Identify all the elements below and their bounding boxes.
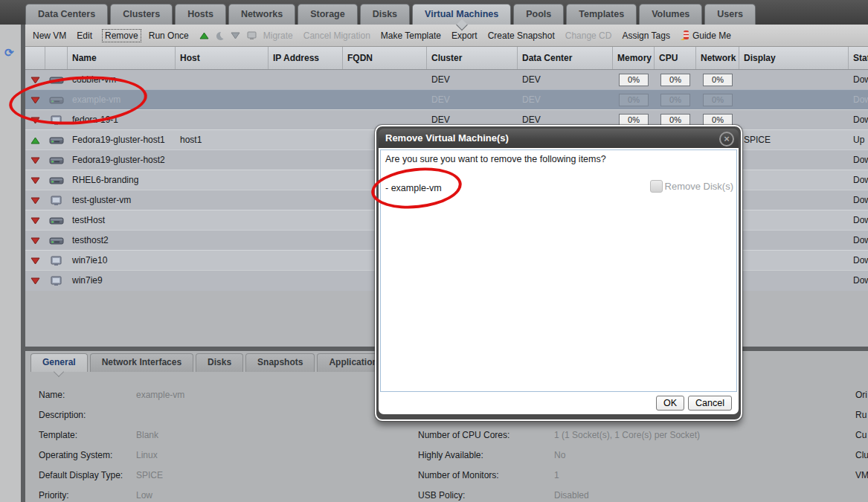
toolbar-button-migrate[interactable]: Migrate	[263, 30, 293, 41]
vm-status: Down	[849, 110, 868, 130]
main-tab-label: Volumes	[652, 9, 689, 19]
detail-label: Name:	[39, 385, 136, 405]
detail-tab-label: Snapshots	[257, 357, 303, 367]
main-tab-disks[interactable]: Disks	[360, 4, 410, 25]
server-icon	[49, 155, 64, 165]
dialog-title: Remove Virtual Machine(s)	[385, 132, 509, 144]
detail-column-left: Name: example-vm Description: Template: …	[39, 385, 184, 502]
main-tab-virtual-machines[interactable]: Virtual Machines	[412, 4, 511, 25]
detail-row-right-truncated: Cu	[855, 425, 868, 445]
dialog-title-bar[interactable]: Remove Virtual Machine(s) ×	[379, 129, 739, 148]
percent-box: 0%	[660, 94, 690, 106]
col-header-display[interactable]: Display	[739, 47, 849, 69]
toolbar-button-edit[interactable]: Edit	[77, 30, 92, 41]
detail-row-operating-system: Operating System: Linux	[39, 445, 184, 466]
col-header-ip[interactable]: IP Address	[269, 47, 343, 69]
detail-tab-network-interfaces[interactable]: Network Interfaces	[90, 353, 193, 372]
vm-ip	[269, 231, 343, 251]
col-header-network[interactable]: Network	[696, 47, 739, 69]
percent-box: 0%	[619, 94, 649, 106]
status-down-arrow-icon	[30, 177, 40, 184]
refresh-icon[interactable]: ⟳	[4, 46, 14, 59]
toolbar-button-new-vm[interactable]: New VM	[33, 30, 66, 41]
detail-label: Highly Available:	[418, 445, 554, 466]
main-tab-networks[interactable]: Networks	[228, 4, 295, 25]
detail-column-right: OriRuCuCluVM	[855, 385, 868, 486]
detail-tab-label: Network Interfaces	[102, 357, 181, 367]
main-tab-volumes[interactable]: Volumes	[639, 4, 702, 25]
vm-type-icon-cell	[45, 210, 68, 231]
vm-status: Down	[849, 70, 868, 90]
vm-fqdn	[343, 90, 427, 110]
detail-row-right-truncated: Ru	[855, 405, 868, 425]
detail-value: 1	[554, 466, 559, 486]
remove-disks-checkbox[interactable]	[650, 180, 663, 193]
detail-label: Operating System:	[39, 445, 136, 466]
detail-label: Number of Monitors:	[418, 466, 554, 486]
main-tab-pools[interactable]: Pools	[513, 4, 564, 25]
vm-type-icon-cell	[45, 130, 68, 150]
main-tab-clusters[interactable]: Clusters	[110, 4, 173, 25]
guide-me-button[interactable]: Guide Me	[681, 30, 731, 41]
header-arrow-col	[25, 47, 45, 69]
col-header-cpu[interactable]: CPU	[655, 47, 696, 69]
toolbar-button-make-template[interactable]: Make Template	[381, 30, 441, 41]
close-icon[interactable]: ×	[719, 132, 734, 147]
col-header-status[interactable]: Status	[849, 47, 868, 69]
toolbar-button-create-snapshot[interactable]: Create Snapshot	[488, 30, 555, 41]
vm-name: Fedora19-gluster-host2	[68, 150, 176, 170]
server-icon	[49, 216, 64, 225]
toolbar-button-cancel-migration[interactable]: Cancel Migration	[303, 30, 370, 41]
vm-name: testhost2	[68, 231, 176, 251]
cancel-button[interactable]: Cancel	[688, 396, 732, 411]
vm-memory-gauge: 0%	[613, 90, 655, 110]
main-tab-templates[interactable]: Templates	[566, 4, 637, 25]
main-tab-users[interactable]: Users	[704, 4, 756, 25]
detail-tab-general[interactable]: General	[30, 353, 88, 372]
col-header-cluster[interactable]: Cluster	[427, 47, 518, 69]
col-header-name[interactable]: Name	[68, 47, 176, 69]
col-header-memory[interactable]: Memory	[613, 47, 655, 69]
col-header-host[interactable]: Host	[176, 47, 269, 69]
status-down-arrow-icon	[30, 217, 40, 225]
col-header-data-center[interactable]: Data Center	[518, 47, 613, 69]
vm-ip	[269, 150, 343, 170]
table-row-example-vm[interactable]: example-vm DEV DEV 0% 0% 0% Down	[25, 89, 868, 110]
vm-fqdn	[343, 70, 427, 90]
vm-network-gauge: 0%	[696, 70, 739, 90]
toolbar-button-run-once[interactable]: Run Once	[149, 30, 189, 41]
detail-value: 1 (1 Socket(s), 1 Core(s) per Socket)	[554, 425, 700, 445]
table-header-row: Name Host IP Address FQDN Cluster Data C…	[25, 47, 868, 70]
vm-host	[176, 190, 269, 210]
vm-status: Down	[849, 231, 868, 251]
vm-host	[176, 150, 269, 170]
detail-tab-snapshots[interactable]: Snapshots	[245, 353, 315, 372]
ok-button[interactable]: OK	[656, 396, 684, 411]
main-tab-label: Storage	[310, 9, 345, 19]
vm-display	[739, 110, 849, 130]
run-up-icon[interactable]	[199, 32, 209, 39]
main-tab-hosts[interactable]: Hosts	[175, 4, 226, 25]
toolbar-button-change-cd[interactable]: Change CD	[565, 30, 612, 41]
table-row-cobbler-vm[interactable]: cobbler-vm DEV DEV 0% 0% 0% Down	[25, 70, 868, 90]
toolbar-button-assign-tags[interactable]: Assign Tags	[622, 30, 669, 41]
vm-status-arrow-cell	[25, 251, 45, 271]
detail-tab-disks[interactable]: Disks	[196, 353, 243, 372]
vm-status: Down	[849, 150, 868, 170]
vm-display	[739, 90, 849, 110]
vm-data-center: DEV	[518, 70, 613, 90]
main-tab-label: Templates	[579, 9, 624, 19]
vm-status-arrow-cell	[25, 150, 45, 170]
vm-display	[739, 251, 849, 271]
vm-host	[176, 110, 269, 130]
col-header-fqdn[interactable]: FQDN	[343, 47, 427, 69]
main-tab-storage[interactable]: Storage	[298, 4, 358, 25]
detail-row-description: Description:	[39, 405, 184, 425]
vm-display	[739, 190, 849, 210]
toolbar-button-remove[interactable]: Remove	[103, 30, 141, 42]
vm-ip	[269, 210, 343, 231]
vm-type-icon-cell	[45, 170, 68, 190]
detail-value: Blank	[136, 425, 158, 445]
toolbar-button-export[interactable]: Export	[451, 30, 478, 41]
main-tab-data-centers[interactable]: Data Centers	[25, 4, 108, 25]
